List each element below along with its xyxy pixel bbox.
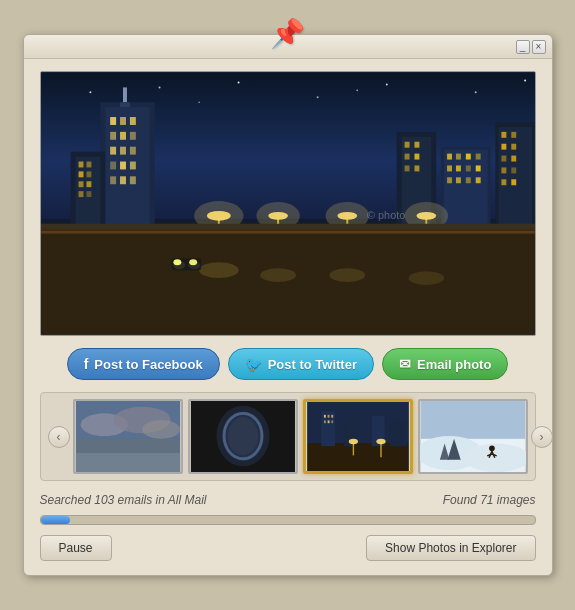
svg-rect-28 (86, 171, 91, 177)
svg-rect-38 (414, 154, 419, 160)
thumbnail-1[interactable] (73, 399, 183, 474)
svg-point-95 (385, 83, 387, 85)
svg-rect-63 (501, 167, 506, 173)
svg-rect-16 (120, 162, 126, 170)
svg-rect-61 (501, 156, 506, 162)
next-thumb-button[interactable]: › (531, 426, 553, 448)
svg-rect-64 (511, 167, 516, 173)
svg-point-89 (173, 259, 181, 265)
show-explorer-button[interactable]: Show Photos in Explorer (366, 535, 535, 561)
main-photo-display: © photo (40, 71, 536, 336)
svg-rect-20 (129, 176, 135, 184)
svg-rect-126 (331, 420, 333, 423)
svg-rect-18 (110, 176, 116, 184)
progress-bar-fill (41, 516, 71, 524)
svg-rect-60 (511, 144, 516, 150)
svg-rect-112 (190, 401, 294, 472)
svg-rect-124 (323, 420, 325, 423)
post-facebook-button[interactable]: f Post to Facebook (67, 348, 220, 380)
action-buttons-group: f Post to Facebook 🐦 Post to Twitter ✉ E… (40, 348, 536, 380)
svg-rect-62 (511, 156, 516, 162)
svg-rect-40 (414, 165, 419, 171)
svg-rect-80 (41, 231, 535, 234)
svg-rect-132 (420, 401, 524, 439)
minimize-button[interactable]: _ (516, 40, 530, 54)
svg-rect-45 (465, 154, 470, 160)
thumbnail-4[interactable] (418, 399, 528, 474)
pin-icon: 📌 (270, 17, 305, 50)
svg-rect-58 (511, 132, 516, 138)
svg-rect-52 (455, 177, 460, 183)
svg-rect-120 (390, 419, 407, 447)
svg-text:© photo: © photo (367, 209, 405, 221)
twitter-icon: 🐦 (245, 356, 262, 372)
svg-rect-19 (120, 176, 126, 184)
svg-point-98 (198, 101, 200, 103)
svg-point-130 (376, 439, 385, 445)
found-count-text: Found 71 images (443, 493, 536, 507)
svg-rect-11 (129, 132, 135, 140)
svg-rect-56 (498, 127, 532, 231)
svg-point-99 (356, 90, 358, 92)
window-body: © photo f Post to Facebook 🐦 Post to Twi… (24, 59, 552, 575)
svg-rect-13 (120, 147, 126, 155)
svg-point-82 (260, 268, 296, 282)
svg-rect-121 (323, 415, 325, 418)
svg-rect-30 (86, 181, 91, 187)
facebook-icon: f (84, 356, 89, 372)
post-twitter-button[interactable]: 🐦 Post to Twitter (228, 348, 374, 380)
svg-rect-122 (327, 415, 329, 418)
email-icon: ✉ (399, 356, 411, 372)
svg-rect-54 (475, 177, 480, 183)
svg-rect-10 (120, 132, 126, 140)
svg-rect-15 (110, 162, 116, 170)
status-row: Searched 103 emails in All Mail Found 71… (40, 493, 536, 507)
svg-rect-47 (447, 165, 452, 171)
svg-point-81 (199, 262, 239, 278)
facebook-button-label: Post to Facebook (94, 357, 202, 372)
thumbnail-3[interactable] (303, 399, 413, 474)
svg-point-90 (189, 259, 197, 265)
svg-rect-123 (331, 415, 333, 418)
svg-rect-32 (86, 191, 91, 197)
svg-point-96 (474, 91, 476, 93)
prev-thumb-button[interactable]: ‹ (48, 426, 70, 448)
svg-rect-65 (501, 179, 506, 185)
pause-button[interactable]: Pause (40, 535, 112, 561)
svg-point-84 (408, 271, 444, 285)
bottom-buttons-group: Pause Show Photos in Explorer (40, 535, 536, 561)
svg-point-94 (316, 96, 318, 98)
svg-rect-7 (120, 117, 126, 125)
svg-rect-21 (123, 87, 127, 102)
svg-rect-37 (404, 154, 409, 160)
thumbnail-2[interactable] (188, 399, 298, 474)
svg-rect-107 (75, 453, 179, 472)
svg-point-128 (348, 439, 357, 445)
svg-rect-35 (404, 142, 409, 148)
svg-rect-43 (447, 154, 452, 160)
svg-point-93 (237, 81, 239, 83)
thumbnails-row: ‹ (40, 392, 536, 481)
progress-bar-container (40, 515, 536, 525)
svg-point-106 (142, 420, 180, 439)
svg-rect-9 (110, 132, 116, 140)
svg-rect-48 (455, 165, 460, 171)
prev-icon: ‹ (57, 430, 61, 444)
svg-rect-57 (501, 132, 506, 138)
svg-rect-116 (307, 443, 408, 471)
svg-rect-27 (78, 171, 83, 177)
svg-rect-125 (327, 420, 329, 423)
search-status-text: Searched 103 emails in All Mail (40, 493, 207, 507)
svg-rect-49 (465, 165, 470, 171)
svg-rect-26 (86, 162, 91, 168)
svg-rect-14 (129, 147, 135, 155)
next-icon: › (540, 430, 544, 444)
svg-rect-22 (120, 102, 130, 107)
svg-point-83 (329, 268, 365, 282)
email-photo-button[interactable]: ✉ Email photo (382, 348, 508, 380)
close-button[interactable]: × (532, 40, 546, 54)
svg-rect-25 (78, 162, 83, 168)
svg-rect-6 (110, 117, 116, 125)
svg-rect-51 (447, 177, 452, 183)
svg-point-91 (89, 91, 91, 93)
